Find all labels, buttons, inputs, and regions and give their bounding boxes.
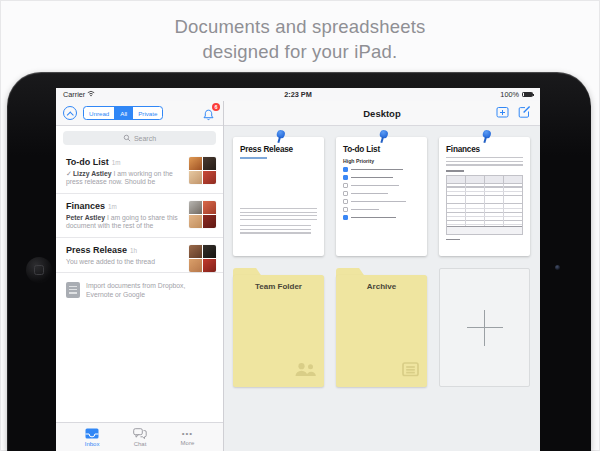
app-screen: Carrier 2:23 PM 100% Unread All [56,88,540,451]
home-button [26,257,52,283]
folder-name: Team Folder [233,282,324,291]
label-placeholder [446,239,460,241]
thread-list: To-do List1m ✓Lizzy Astley I am working … [56,150,223,273]
avatar-collage [189,245,216,272]
plus-icon [467,310,503,346]
thread-sender: Peter Astley [66,214,105,221]
carrier-label: Carrier [63,90,85,99]
status-right: 100% [463,90,533,99]
folder-team[interactable]: Team Folder [233,268,324,387]
pushpin-icon [479,129,492,145]
thread-time: 1m [108,203,117,210]
inbox-icon [85,428,99,440]
thread-row-todo-list[interactable]: To-do List1m ✓Lizzy Astley I am working … [56,150,223,194]
checkbox-unchecked [343,183,348,188]
inbox-sidebar: Unread All Private 6 Search [56,101,224,451]
spreadsheet-table [446,175,523,235]
document-title: Press Release [240,145,317,154]
folder-name: Archive [336,282,427,291]
text-placeholder [446,157,523,167]
more-icon: ••• [182,429,193,439]
tab-label: Chat [134,441,147,447]
status-left: Carrier [63,90,133,99]
home-button-glyph [34,265,44,275]
thread-title: Press Release [66,245,127,255]
wifi-icon [87,90,95,99]
tab-label: Inbox [85,441,100,447]
tab-chat[interactable]: Chat [133,428,147,447]
label-placeholder [446,170,464,172]
battery-percent: 100% [500,90,519,99]
thread-row-press-release[interactable]: Press Release1h You were added to the th… [56,238,223,273]
segment-all[interactable]: All [115,107,133,119]
import-text: Import documents from Dropbox, Evernote … [86,282,198,300]
add-item-tile[interactable] [439,268,530,387]
table-total-placeholder [447,226,522,234]
tab-label: More [181,440,195,446]
new-folder-icon[interactable] [496,104,509,122]
sidebar-tab-bar: Inbox Chat ••• More [56,422,223,451]
search-icon [123,134,131,143]
search-placeholder: Search [134,135,156,142]
checkbox-checked [343,175,348,180]
text-placeholder [240,225,311,236]
avatar-collage [189,157,216,184]
thread-title: Finances [66,201,105,211]
desktop-panel: Desktop Press Release [224,101,540,451]
thread-title: To-do List [66,157,109,167]
app-body: Unread All Private 6 Search [56,101,540,451]
people-icon [294,362,317,381]
sidebar-header: Unread All Private 6 [56,101,223,126]
table-body-placeholder [447,184,522,226]
read-checkmark: ✓ [66,170,72,177]
desktop-header: Desktop [224,101,540,126]
notifications-button[interactable]: 6 [202,107,216,120]
checkbox-unchecked [343,191,348,196]
avatar-collage [189,201,216,228]
circle-arrow-icon[interactable] [63,106,77,120]
documents-row: Press Release To-do List High Priority [233,137,540,256]
battery-icon [522,92,533,98]
document-card-finances[interactable]: Finances [439,137,530,256]
archive-icon [401,361,420,381]
filter-segmented-control: Unread All Private [83,106,163,120]
table-header-placeholder [447,176,522,184]
caption-line-2: designed for your iPad. [0,39,600,64]
thread-row-finances[interactable]: Finances1m Peter Astley I am going to sh… [56,194,223,238]
thread-time: 1m [112,159,121,166]
thread-sender: Lizzy Astley [73,170,112,177]
checkbox-checked [343,215,348,220]
document-subheading: High Priority [343,158,420,164]
segment-unread[interactable]: Unread [84,107,115,119]
ipad-device-frame: Carrier 2:23 PM 100% Unread All [7,72,591,451]
thread-time: 1h [130,247,137,254]
desktop-canvas: Press Release To-do List High Priority [224,126,540,451]
document-photo [240,163,317,204]
segment-private[interactable]: Private [133,107,162,119]
pushpin-icon [273,129,286,145]
folder-archive[interactable]: Archive [336,268,427,387]
status-bar: Carrier 2:23 PM 100% [56,88,540,101]
chat-icon [133,428,147,440]
document-card-press-release[interactable]: Press Release [233,137,324,256]
checkbox-unchecked [343,207,348,212]
text-placeholder [240,208,317,222]
tab-more[interactable]: ••• More [181,429,195,446]
tab-inbox[interactable]: Inbox [85,428,100,447]
document-title: To-do List [343,145,420,154]
document-card-todo-list[interactable]: To-do List High Priority [336,137,427,256]
clock: 2:23 PM [133,90,463,99]
front-camera [555,265,560,270]
page-title: Desktop [363,108,400,119]
search-input[interactable]: Search [63,131,216,145]
marketing-caption: Documents and spreadsheets designed for … [0,14,600,64]
notification-badge: 6 [212,103,220,111]
document-import-icon [66,282,80,298]
folders-row: Team Folder Archive [233,268,540,387]
document-title: Finances [446,145,523,154]
checkbox-unchecked [343,199,348,204]
byline-placeholder [240,157,267,159]
pushpin-icon [376,129,389,145]
compose-icon[interactable] [518,104,531,122]
import-documents-row[interactable]: Import documents from Dropbox, Evernote … [56,273,223,309]
